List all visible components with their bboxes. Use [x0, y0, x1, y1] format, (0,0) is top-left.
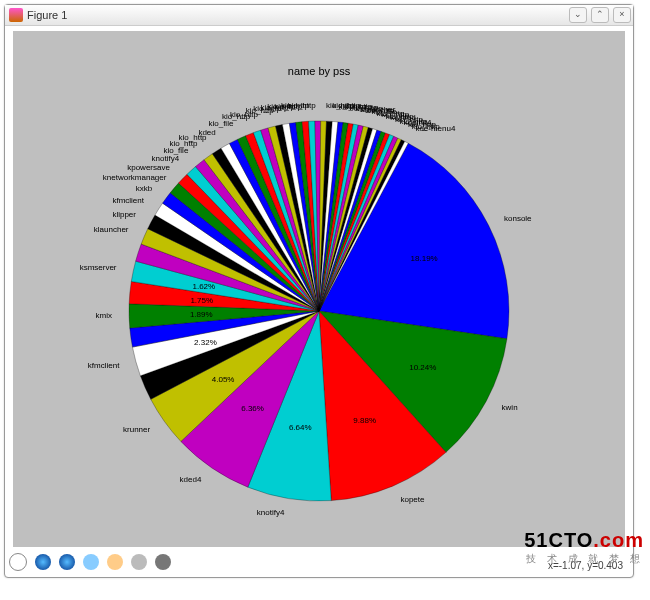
save-icon[interactable]	[155, 554, 171, 570]
slice-label: kxkb	[94, 184, 152, 193]
zoom-icon[interactable]	[107, 554, 123, 570]
slice-label: krunner	[92, 425, 150, 434]
watermark-main: 51CTO	[524, 529, 593, 551]
configure-icon[interactable]	[131, 554, 147, 570]
slice-label: konsole	[504, 214, 532, 223]
close-button[interactable]: ×	[613, 7, 631, 23]
maximize-button[interactable]: ⌃	[591, 7, 609, 23]
forward-icon[interactable]	[59, 554, 75, 570]
slice-percent: 1.75%	[190, 295, 213, 304]
slice-label: kpowersave	[112, 163, 170, 172]
slice-percent: 2.32%	[194, 338, 217, 347]
plot-area[interactable]: name by pss konsole18.19%kwin10.24%kopet…	[13, 31, 625, 547]
slice-percent: 1.62%	[192, 282, 215, 291]
slice-percent: 6.64%	[289, 423, 312, 432]
watermark-main-red: .com	[593, 529, 644, 551]
slice-label: kfmclient	[86, 196, 144, 205]
figure-window: Figure 1 ⌄ ⌃ × name by pss konsole18.19%…	[4, 4, 634, 578]
slice-label: klauncher	[71, 225, 129, 234]
watermark-sub: 技 术 成 就 梦 想	[524, 552, 644, 566]
pan-icon[interactable]	[83, 554, 99, 570]
slice-label: kwin	[502, 403, 518, 412]
home-icon[interactable]	[9, 553, 27, 571]
slice-percent: 10.24%	[409, 362, 436, 371]
minimize-button[interactable]: ⌄	[569, 7, 587, 23]
slice-label: klipper	[78, 210, 136, 219]
slice-label: kfmclient	[61, 361, 119, 370]
slice-label: kded	[158, 128, 216, 137]
slice-label: kde-menu4	[415, 124, 455, 133]
slice-label: kmix	[54, 311, 112, 320]
slice-label: knotify4	[226, 508, 284, 517]
matplotlib-toolbar	[9, 551, 171, 573]
slice-label: kded4	[143, 475, 201, 484]
slice-label: knetworkmanager	[103, 173, 161, 182]
slice-label: kio_http	[258, 101, 316, 110]
slice-percent: 9.88%	[353, 415, 376, 424]
back-icon[interactable]	[35, 554, 51, 570]
titlebar[interactable]: Figure 1 ⌄ ⌃ ×	[5, 5, 633, 26]
slice-label: ksmserver	[59, 263, 117, 272]
slice-percent: 1.89%	[190, 310, 213, 319]
pie-chart	[13, 31, 625, 547]
slice-label: knotify4	[121, 154, 179, 163]
slice-percent: 6.36%	[241, 404, 264, 413]
slice-label: kopete	[400, 495, 424, 504]
slice-percent: 4.05%	[212, 375, 235, 384]
watermark: 51CTO.com 技 术 成 就 梦 想	[524, 529, 644, 566]
app-icon	[9, 8, 23, 22]
window-title: Figure 1	[27, 9, 67, 21]
slice-percent: 18.19%	[411, 253, 438, 262]
